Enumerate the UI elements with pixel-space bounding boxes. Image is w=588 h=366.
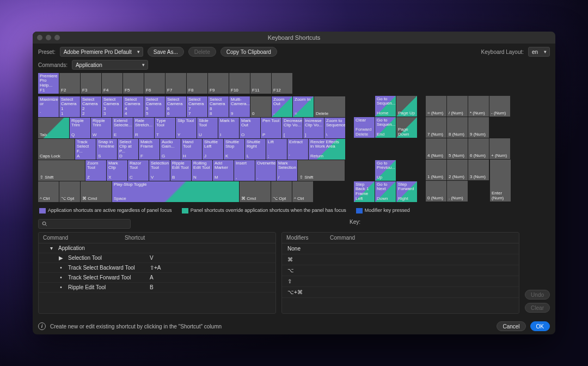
key-f12[interactable]: F12 [272,73,292,94]
key-7-num-[interactable]: 7 (Num) [426,117,446,138]
key-space[interactable]: Play-Stop ToggleSpace [112,181,239,202]
key-forward-delete[interactable]: ClearForward Delete [354,117,375,138]
preset-select[interactable]: Adobe Premiere Pro Default [60,47,143,57]
search-field[interactable] [38,219,131,229]
key-delete[interactable]: Delete [314,96,345,117]
key-2-num-[interactable]: 2 (Num) [447,160,468,180]
key-3-num-[interactable]: 3 (Num) [468,160,489,180]
key-g[interactable]: Audio Gain...G [160,139,181,160]
key-m[interactable]: Add MarkerM [213,160,234,181]
key-u[interactable]: Slide ToolU [197,118,218,138]
key--[interactable]: Extract' [287,139,308,160]
key-c[interactable]: Razor ToolC [128,160,149,181]
command-row[interactable]: ▾Application [39,243,275,253]
key--[interactable]: Insert, [234,160,255,181]
key--ctrl[interactable]: ^ Ctrl [38,181,59,202]
key-o[interactable]: Mark OutO [240,118,260,138]
key-3[interactable]: Select Camera 33 [102,96,122,117]
modifier-row[interactable]: None [282,243,519,254]
copy-clipboard-button[interactable]: Copy To Clipboard [220,47,277,57]
key-1[interactable]: Select Camera 11 [59,96,80,117]
key-s[interactable]: Snap in TimelineS [96,139,117,160]
key--[interactable]: Mark Selection/ [277,160,297,181]
key--opt[interactable]: ⌥ Opt [271,181,292,202]
key-6-num-[interactable]: 6 (Num) [468,138,489,159]
key-f9[interactable]: F9 [208,73,229,94]
key-0[interactable]: 0 [250,96,271,117]
modifier-row[interactable]: ⌥ [282,265,519,276]
key-home[interactable]: Go to Sequen...Home [375,96,396,117]
key-b[interactable]: Ripple Edit ToolB [170,160,191,181]
key-f1[interactable]: Premiere Pro Help...F1 [38,73,59,94]
modifier-row[interactable]: ⌥+⌘ [282,287,519,298]
key--shift[interactable]: ⇧ Shift [38,160,85,181]
ok-button[interactable]: OK [530,321,550,331]
key--num-[interactable]: / (Num) [447,96,468,117]
key-d[interactable]: Select Clip at P...D [118,139,138,160]
key-8-num-[interactable]: 8 (Num) [447,117,468,138]
key--num-[interactable]: + (Num) [489,138,510,159]
key-f10[interactable]: F10 [229,73,250,94]
key-page-down[interactable]: Page Down [396,117,417,138]
key-f8[interactable]: F8 [187,73,207,94]
key-left[interactable]: Step Back 1 FrameLeft [354,181,375,202]
key--num-[interactable]: . (Num) [447,181,468,202]
layout-select[interactable]: en [528,47,550,57]
key--ctrl[interactable]: ^ Ctrl [292,181,313,202]
key-4[interactable]: Select Camera 44 [123,96,144,117]
cancel-button[interactable]: Cancel [497,321,525,331]
key-1-num-[interactable]: 1 (Num) [426,160,446,180]
key-p[interactable]: Pen ToolP [261,118,281,138]
key-f7[interactable]: F7 [166,73,186,94]
key-w[interactable]: Ripple TrimW [91,118,112,138]
search-input[interactable] [50,221,127,227]
key-4-num-[interactable]: 4 (Num) [426,138,446,159]
modifier-row[interactable]: ⌘ [282,254,519,265]
key-f3[interactable]: F3 [81,73,101,94]
key--num-[interactable]: * (Num) [468,96,489,117]
key-f4[interactable]: F4 [102,73,122,94]
key-i[interactable]: Mark InI [218,118,239,138]
delete-button[interactable]: Delete [188,47,216,57]
command-row[interactable]: ▶Selection ToolV [39,253,275,263]
key-x[interactable]: Mark ClipX [107,160,127,181]
key-down[interactable]: Go to NextDown [375,181,396,202]
key-7[interactable]: Select Camera 77 [187,96,207,117]
key--[interactable]: Decrease Clip Vo...[ [282,118,303,138]
command-row[interactable]: •Track Select Backward Tool⇧+A [39,263,275,273]
key-5[interactable]: Select Camera 55 [144,96,165,117]
key-f2[interactable]: F2 [59,73,80,94]
modifier-row[interactable]: ⇧ [282,276,519,287]
key-a[interactable]: Track Select F...A [75,139,96,160]
key-f11[interactable]: F11 [250,73,271,94]
key--[interactable]: Zoom Out- [272,96,292,117]
key-return[interactable]: Render Effects in Work AreaReturn [309,139,345,160]
window-controls[interactable] [37,35,60,40]
key--[interactable]: Overwrite. [255,160,276,181]
key-y[interactable]: Slip ToolY [176,118,197,138]
key--cmd[interactable]: ⌘ Cmd [81,181,112,202]
key--[interactable]: Increase Clip Vo...] [303,118,324,138]
key-8[interactable]: Select Camera 88 [208,96,229,117]
key-page-up[interactable]: Page Up [396,96,417,117]
key--num-[interactable]: = (Num) [426,96,446,117]
key-caps-lock[interactable]: Caps Lock [38,139,75,160]
key-t[interactable]: Type ToolT [155,118,175,138]
key-r[interactable]: Rate Stretch...R [133,118,154,138]
key-6[interactable]: Select Camera 66 [166,96,186,117]
key-tab[interactable]: Tab [38,118,69,138]
key--[interactable]: Lift; [266,139,287,160]
key-enter-num-[interactable]: Enter (Num) [490,160,511,202]
key-2[interactable]: Select Camera 22 [81,96,101,117]
key--num-[interactable]: - (Num) [489,96,510,117]
key-n[interactable]: Rolling Edit ToolN [192,160,212,181]
command-row[interactable]: •Ripple Edit ToolB [39,283,275,292]
clear-button[interactable]: Clear [525,303,550,313]
key-f[interactable]: Match FrameF [139,139,160,160]
key-9-num-[interactable]: 9 (Num) [468,117,489,138]
key--[interactable]: Zoom In= [293,96,314,117]
key-9[interactable]: Multi-Camera...9 [229,96,250,117]
save-as-button[interactable]: Save As... [148,47,184,57]
command-row[interactable]: •Track Select Forward ToolA [39,273,275,283]
key-end[interactable]: Go to Sequen...End [375,117,396,138]
